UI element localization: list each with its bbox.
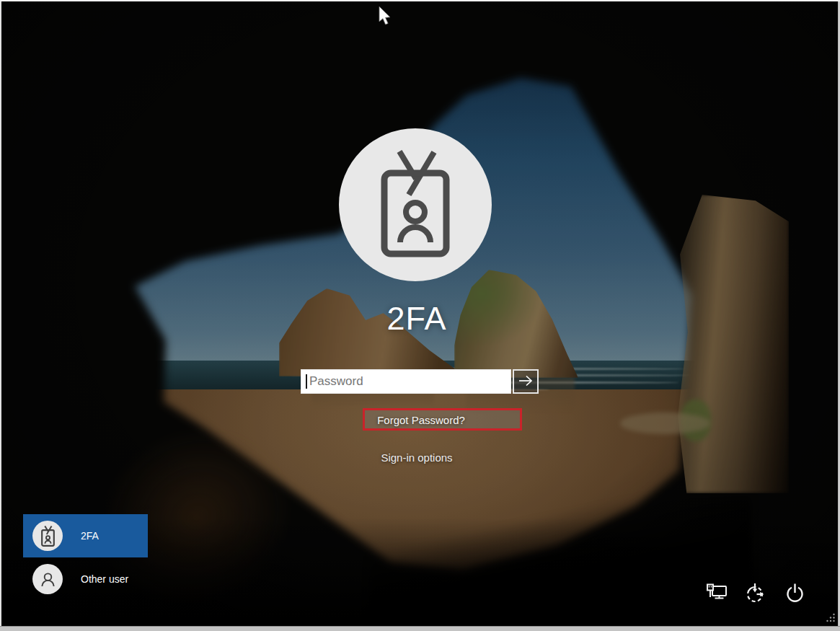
forgot-password-label: Forgot Password? (377, 413, 465, 425)
signed-in-username: 2FA (386, 300, 446, 337)
user-tile-2fa[interactable]: 2FA (23, 514, 148, 557)
ease-of-access-icon[interactable] (745, 582, 767, 604)
password-input[interactable] (301, 369, 511, 394)
power-icon[interactable] (784, 582, 806, 604)
user-tile-other-user[interactable]: Other user (23, 557, 148, 601)
user-tile-label: 2FA (81, 530, 99, 542)
password-field-wrap (301, 369, 511, 394)
person-icon (32, 564, 63, 594)
password-row (301, 369, 539, 394)
resize-grip[interactable] (826, 612, 836, 625)
window-bottom-border (0, 626, 840, 631)
mouse-cursor-icon (379, 6, 394, 30)
user-tile-label: Other user (81, 573, 128, 585)
vm-window-frame: 2FA Forgot Password? Sign-in options (0, 0, 840, 631)
id-badge-icon (32, 521, 63, 551)
network-icon[interactable] (706, 582, 728, 604)
text-caret (306, 374, 307, 389)
sign-in-options-link[interactable]: Sign-in options (381, 451, 452, 464)
submit-password-button[interactable] (513, 369, 539, 394)
user-avatar (339, 128, 492, 281)
forgot-password-link[interactable]: Forgot Password? (363, 408, 522, 431)
id-badge-icon (381, 128, 450, 281)
system-tray (706, 582, 806, 604)
user-list: 2FA Other user (23, 514, 148, 601)
windows-lock-screen: 2FA Forgot Password? Sign-in options (1, 1, 838, 626)
arrow-right-icon (518, 374, 534, 389)
